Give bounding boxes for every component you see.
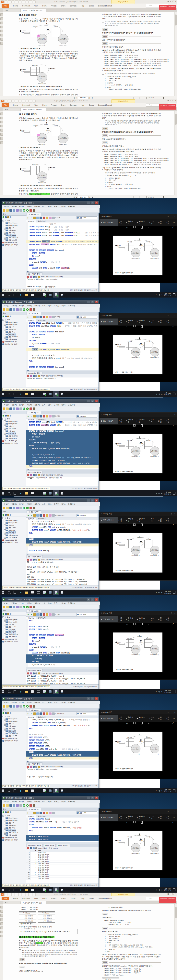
tray-chevron-icon[interactable]: ∧: [156, 790, 157, 792]
action-slideshow[interactable]: ▶슬라이드 쇼: [137, 220, 146, 224]
code-line[interactable]: SELECT cnt INTO v_count FROM countTBL;: [26, 348, 98, 351]
code-line[interactable]: v_count NUMBER; -- 반복 횟수용: [26, 342, 98, 345]
code-line[interactable]: v_count := v_count + 1;: [26, 354, 98, 357]
code-line[interactable]: -- 시퀀스 초기화: [26, 733, 98, 736]
ribbon-tab-form[interactable]: Form: [40, 3, 48, 8]
expand-icon[interactable]: +: [4, 735, 6, 737]
fullscreen-icon[interactable]: ↗: [172, 325, 174, 327]
action-share[interactable]: ↗공유: [118, 716, 123, 721]
tab-close-icon[interactable]: ×: [40, 273, 41, 275]
back-icon[interactable]: ▶: [23, 606, 26, 608]
collapse-icon[interactable]: −: [2, 616, 4, 618]
tree-item-로컬-sqlDB[interactable]: +로컬-sqlDB: [2, 631, 26, 633]
action-draw[interactable]: ∿그리기: [149, 220, 156, 224]
taskbar-sqldev-green-icon[interactable]: [41, 788, 47, 794]
nav-previous-icon[interactable]: ←: [126, 424, 128, 427]
taskbar-start-icon[interactable]: [0, 590, 6, 595]
sign-icon[interactable]: [0, 42, 3, 45]
expand-icon[interactable]: +: [4, 433, 6, 434]
new-icon[interactable]: [3, 705, 5, 708]
action-more[interactable]: ⋯: [173, 519, 175, 521]
vertical-scrollbar[interactable]: [174, 12, 177, 96]
redo-icon[interactable]: [19, 606, 22, 608]
add-icon[interactable]: [3, 216, 4, 218]
expand-icon[interactable]: [0, 113, 3, 115]
back-icon[interactable]: ▶: [23, 209, 26, 212]
autotrace-icon[interactable]: [33, 613, 36, 616]
first-page-icon[interactable]: ◀|: [73, 97, 75, 99]
view-all-photos-button[interactable]: ▦모든 사진 보기: [100, 517, 118, 523]
tab-close-icon[interactable]: ×: [40, 372, 41, 374]
taskbar-edge-icon[interactable]: e: [18, 391, 24, 397]
search-icon[interactable]: [33, 606, 35, 608]
menu-1[interactable]: 편집(E): [10, 503, 18, 505]
tree-item-데이터베이스 스키마[interactable]: 데이터베이스 스키마: [2, 343, 26, 345]
expand-icon[interactable]: +: [4, 633, 6, 635]
close-icon[interactable]: ✕: [95, 697, 98, 700]
stamp-icon[interactable]: [0, 30, 3, 32]
expand-icon[interactable]: +: [4, 229, 6, 231]
grid-row[interactable]: 55간접 재귀 트리거: [26, 861, 98, 862]
expand-icon[interactable]: +: [4, 534, 6, 536]
menu-8[interactable]: 창(W): [60, 800, 66, 803]
expand-icon[interactable]: +: [4, 435, 6, 437]
code-line[interactable]: DECLARE: [26, 258, 98, 261]
taskbar-edge-icon[interactable]: e: [18, 590, 24, 595]
taskbar-sqldev-green-icon[interactable]: [41, 391, 47, 397]
tree-item-로컬-tableDB[interactable]: +로컬-tableDB: [2, 735, 26, 737]
code-line[interactable]: SELECT cnt INTO v_count FROM countTBL;: [26, 447, 98, 450]
print-icon[interactable]: [35, 375, 37, 377]
taskbar-search-icon[interactable]: [6, 887, 12, 892]
code-line[interactable]: DBMS_OUTPUT.PUT_LINE( v_count || ' --> t…: [26, 357, 98, 360]
volume-icon[interactable]: ◁): [158, 691, 160, 692]
code-line[interactable]: UPDATE countTBL SET cnt = 0; -- 카운트 테이블 …: [26, 748, 98, 751]
zoom-in-icon[interactable]: +: [172, 97, 174, 99]
menu-4[interactable]: 실행(R): [34, 602, 41, 604]
pin-icon[interactable]: [27, 276, 29, 278]
menu-1[interactable]: 편집(E): [10, 602, 18, 604]
open-icon[interactable]: [4, 0, 7, 3]
commit-icon[interactable]: [29, 407, 32, 410]
filter-icon[interactable]: [7, 514, 9, 515]
code-line[interactable]: CREATE SEQUENCE aSEQ;: [26, 739, 98, 742]
ribbon-tab-connect[interactable]: Connect: [68, 103, 79, 107]
maximize-icon[interactable]: □: [91, 202, 94, 204]
nav-zoom-icon[interactable]: [134, 523, 135, 526]
maximize-icon[interactable]: □: [171, 313, 172, 318]
taskbar-search-icon[interactable]: [6, 292, 12, 298]
open-icon[interactable]: [6, 606, 9, 608]
minimize-icon[interactable]: −: [167, 313, 169, 318]
minimize-icon[interactable]: −: [87, 400, 90, 402]
rollback-icon[interactable]: [43, 316, 45, 318]
nav-delete-icon[interactable]: [141, 523, 143, 526]
expand-icon[interactable]: +: [4, 222, 6, 224]
print-icon[interactable]: [11, 0, 14, 3]
tab-script-output[interactable]: ▤스크립트 출력×: [27, 762, 43, 765]
minimize-icon[interactable]: −: [170, 893, 171, 895]
taskbar-sqldeveloper-icon[interactable]: [53, 391, 59, 397]
autotrace-icon[interactable]: [33, 216, 36, 219]
expand-icon[interactable]: +: [4, 321, 6, 323]
save-icon[interactable]: [10, 209, 12, 212]
tab-worksheet-document[interactable]: ▤ 로컬-sqlDB-1: [27, 609, 41, 612]
expand-icon[interactable]: +: [4, 324, 6, 326]
fullscreen-icon[interactable]: ↗: [172, 623, 174, 625]
code-line[interactable]: UPDATE countTBL SET cnt = v_count;: [26, 526, 98, 529]
menu-1[interactable]: 편집(E): [10, 404, 18, 406]
ribbon-tab-home[interactable]: Home: [11, 3, 20, 8]
code-editor[interactable]: DBMS_OUTPUT.PUT_LINE( v_count || ' --> t…: [26, 718, 98, 761]
filter-icon[interactable]: [7, 315, 9, 317]
taskbar-mail-icon[interactable]: [35, 490, 41, 496]
back-icon[interactable]: ▶: [23, 705, 26, 708]
action-edit[interactable]: ▤편집: [158, 617, 163, 621]
code-line[interactable]: v_count := v_count + 1;: [26, 663, 98, 666]
code-editor[interactable]: CREATE TABLE countTBL (cnt NUMBER); -- 트…: [26, 421, 98, 469]
close-icon[interactable]: ×: [175, 0, 176, 2]
code-line[interactable]: CREATE SEQUENCE bSEQ;: [26, 745, 98, 748]
menu-3[interactable]: 이동(N): [26, 503, 33, 505]
grid-icon[interactable]: [33, 847, 35, 849]
menu-3[interactable]: 이동(N): [26, 305, 33, 307]
view-all-photos-button[interactable]: ▦모든 사진 보기: [100, 318, 118, 325]
code-line[interactable]: [26, 328, 98, 331]
collapse-icon[interactable]: −: [2, 418, 4, 420]
